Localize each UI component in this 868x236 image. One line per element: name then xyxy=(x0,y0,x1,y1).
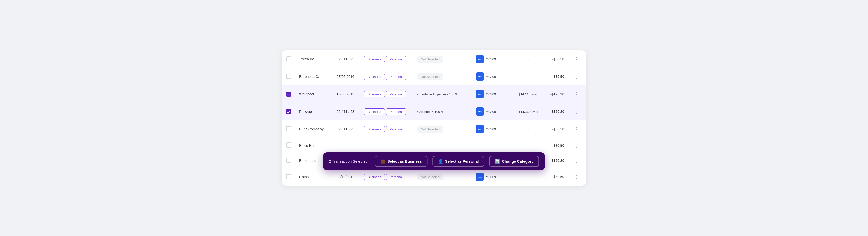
table-row: Hotpoint 28/10/2012 Business Personal No… xyxy=(282,168,586,186)
row-checkbox[interactable] xyxy=(286,74,291,79)
select-personal-button[interactable]: 👤 Select as Personal xyxy=(432,156,485,167)
card-info-cell xyxy=(472,138,512,153)
card-info-cell: AMEX **0309 xyxy=(472,103,512,120)
type-buttons: Business Personal xyxy=(364,174,409,180)
amex-icon: AMEX xyxy=(476,90,484,98)
checkbox-cell xyxy=(282,120,295,138)
change-category-button[interactable]: 🔄 Change Category xyxy=(489,156,539,167)
type-buttons: Business Personal xyxy=(364,91,409,97)
more-cell: ⋮ xyxy=(568,85,586,103)
svg-text:AMEX: AMEX xyxy=(478,59,483,60)
row-checkbox[interactable] xyxy=(286,174,291,179)
type-cell: Business Personal xyxy=(360,103,413,120)
type-cell: Business Personal xyxy=(360,120,413,138)
card-info-cell: AMEX **0309 xyxy=(472,120,512,138)
date-cell xyxy=(332,138,360,153)
more-cell: ⋮ xyxy=(568,153,586,168)
transactions-container: Tectra Inc 02 / 11 / 23 Business Persona… xyxy=(282,51,586,185)
more-options-btn[interactable]: ⋮ xyxy=(572,73,581,80)
card-info-cell: AMEX **0309 xyxy=(472,168,512,186)
checkbox-cell xyxy=(282,168,295,186)
more-options-btn[interactable]: ⋮ xyxy=(572,56,581,63)
more-options-btn[interactable]: ⋮ xyxy=(572,173,581,180)
card-number: **0309 xyxy=(486,75,496,79)
more-options-btn[interactable]: ⋮ xyxy=(572,157,581,164)
type-cell: Business Personal xyxy=(360,168,413,186)
select-business-button[interactable]: 💼 Select as Business xyxy=(375,156,427,167)
checkbox-cell xyxy=(282,153,295,168)
date-cell: 16/08/2013 xyxy=(332,85,360,103)
card-cell: AMEX **0309 xyxy=(476,108,508,116)
business-type-btn[interactable]: Business xyxy=(364,126,385,132)
card-number: **0309 xyxy=(486,127,496,131)
more-cell: ⋮ xyxy=(568,103,586,120)
row-checkbox[interactable] xyxy=(286,158,291,163)
svg-text:AMEX: AMEX xyxy=(478,93,483,95)
personal-type-btn[interactable]: Personal xyxy=(386,126,406,132)
category-text: Charitable Expense • 100% xyxy=(417,92,457,96)
card-number: **0309 xyxy=(486,175,496,179)
svg-text:AMEX: AMEX xyxy=(478,128,483,130)
business-type-btn[interactable]: Business xyxy=(364,56,385,62)
saved-label: Saved xyxy=(529,110,538,114)
more-options-btn[interactable]: ⋮ xyxy=(572,125,581,132)
savings-amount: $14.11 xyxy=(519,92,529,96)
business-type-btn[interactable]: Business xyxy=(364,91,385,97)
card-number: **0309 xyxy=(486,57,496,61)
type-buttons: Business Personal xyxy=(364,73,409,80)
not-selected-badge: Not Selected xyxy=(417,126,443,132)
card-info-cell: AMEX **0309 xyxy=(472,51,512,68)
business-type-btn[interactable]: Business xyxy=(364,73,385,80)
svg-text:AMEX: AMEX xyxy=(478,176,483,178)
date-cell: 02 / 11 / 23 xyxy=(332,103,360,120)
row-checkbox[interactable] xyxy=(286,91,291,96)
table-row: Biffco Ent - -$60.50 ⋮ xyxy=(282,138,586,153)
date-cell: 02 / 11 / 23 xyxy=(332,51,360,68)
svg-text:AMEX: AMEX xyxy=(478,111,483,113)
savings-cell: - xyxy=(512,68,544,85)
personal-type-btn[interactable]: Personal xyxy=(386,109,406,115)
bulk-action-bar: 2 Transaction Selected 💼 Select as Busin… xyxy=(323,152,545,170)
savings-cell: $14.11Saved xyxy=(512,85,544,103)
merchant-name: Tectra Inc xyxy=(295,51,332,68)
savings-amount: $14.11 xyxy=(519,110,529,114)
row-checkbox[interactable] xyxy=(286,126,291,131)
amount-cell: -$60.50 xyxy=(545,51,568,68)
personal-type-btn[interactable]: Personal xyxy=(386,91,406,97)
savings-dash: - xyxy=(528,57,529,61)
card-info-cell: AMEX **0309 xyxy=(472,85,512,103)
date-cell: 28/10/2012 xyxy=(332,168,360,186)
amex-icon: AMEX xyxy=(476,72,484,81)
amount-cell: -$60.50 xyxy=(545,68,568,85)
more-cell: ⋮ xyxy=(568,51,586,68)
merchant-name: Hotpoint xyxy=(295,168,332,186)
not-selected-badge: Not Selected xyxy=(417,56,443,63)
category-cell: Charitable Expense • 100% xyxy=(413,85,472,103)
amex-icon: AMEX xyxy=(476,55,484,63)
category-cell xyxy=(413,138,472,153)
checkbox-cell xyxy=(282,103,295,120)
personal-type-btn[interactable]: Personal xyxy=(386,73,406,80)
row-checkbox[interactable] xyxy=(286,56,291,61)
change-category-icon: 🔄 xyxy=(495,159,500,164)
more-options-btn[interactable]: ⋮ xyxy=(572,108,581,115)
savings-cell: - xyxy=(512,120,544,138)
personal-icon: 👤 xyxy=(438,159,443,164)
type-cell: Business Personal xyxy=(360,51,413,68)
amount-cell: -$120.20 xyxy=(545,153,568,168)
more-options-btn[interactable]: ⋮ xyxy=(572,142,581,149)
personal-type-btn[interactable]: Personal xyxy=(386,56,406,62)
savings-cell: - xyxy=(512,51,544,68)
merchant-name: Barone LLC. xyxy=(295,68,332,85)
card-number: **0309 xyxy=(486,92,496,96)
personal-type-btn[interactable]: Personal xyxy=(386,174,406,180)
business-type-btn[interactable]: Business xyxy=(364,109,385,115)
type-buttons: Business Personal xyxy=(364,109,409,115)
savings-dash: - xyxy=(528,144,529,148)
row-checkbox[interactable] xyxy=(286,143,291,148)
table-row: Plexzap 02 / 11 / 23 Business Personal G… xyxy=(282,103,586,120)
business-type-btn[interactable]: Business xyxy=(364,174,385,180)
more-options-btn[interactable]: ⋮ xyxy=(572,90,581,97)
amount-cell: -$120.20 xyxy=(545,85,568,103)
row-checkbox[interactable] xyxy=(286,109,291,114)
